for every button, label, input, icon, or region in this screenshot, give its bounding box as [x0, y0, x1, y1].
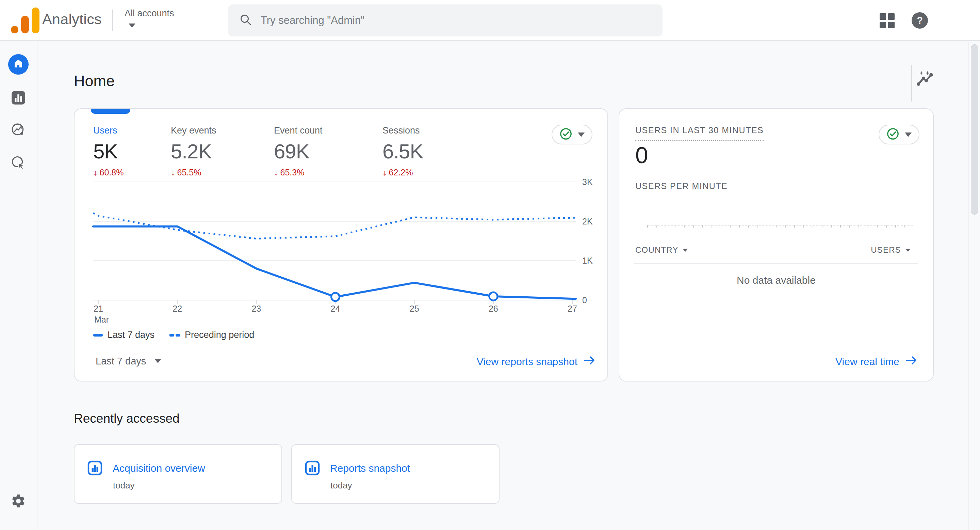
x-month-label: Mar — [94, 315, 109, 324]
x-tick-label: 25 — [410, 304, 419, 313]
search-input[interactable] — [261, 14, 652, 27]
recently-accessed-title: Recently accessed — [74, 412, 180, 426]
scrollbar-thumb[interactable] — [971, 44, 978, 215]
recent-item-acquisition-overview[interactable]: Acquisition overview today — [74, 444, 282, 504]
view-reports-snapshot-link[interactable]: View reports snapshot — [477, 356, 595, 367]
sidebar-item-admin[interactable] — [10, 493, 27, 510]
metric-label: Key events — [171, 125, 216, 136]
account-switcher[interactable]: All accounts — [124, 8, 174, 27]
country-column-header[interactable]: COUNTRY — [635, 245, 688, 255]
overview-card: Users 5K ↓ 60.8% Key events 5.2K ↓ 65.5%… — [74, 108, 608, 382]
chevron-down-icon — [578, 132, 585, 137]
x-tick-label: 26 — [488, 304, 498, 313]
recent-item-time: today — [113, 480, 135, 491]
metric-tab-sessions[interactable]: Sessions 6.5K ↓ 62.2% — [382, 125, 423, 177]
sparkline-ticks — [647, 225, 913, 228]
header-divider — [112, 10, 113, 31]
main-content: Home Users 5K ↓ 60.8% Key ev — [38, 42, 980, 530]
apps-grid-icon[interactable] — [879, 13, 895, 29]
right-arrow-icon — [905, 356, 917, 367]
app-header: Analytics All accounts ? — [0, 0, 980, 41]
metric-tab-users[interactable]: Users 5K ↓ 60.8% — [93, 125, 124, 177]
search-icon — [240, 14, 252, 27]
metric-tab-event-count[interactable]: Event count 69K ↓ 65.3% — [274, 125, 323, 177]
recent-item-label: Reports snapshot — [330, 463, 410, 474]
sidebar-item-advertising[interactable] — [10, 155, 27, 172]
users-line-chart: 01K2K3K21222324252627Mar — [88, 170, 598, 327]
x-tick-label: 24 — [331, 304, 340, 313]
google-analytics-logo-icon[interactable] — [10, 8, 43, 34]
data-quality-dropdown[interactable] — [552, 125, 592, 144]
active-tab-indicator — [91, 109, 130, 114]
global-search[interactable] — [228, 5, 662, 37]
product-name: Analytics — [42, 11, 102, 27]
x-tick-label: 23 — [251, 304, 261, 313]
no-data-message: No data available — [619, 275, 933, 286]
sort-caret-icon — [905, 249, 911, 252]
table-header-divider — [634, 263, 918, 263]
legend-preceding-period: Preceding period — [169, 330, 254, 340]
help-glyph: ? — [917, 15, 923, 26]
solid-line-swatch — [93, 334, 103, 337]
report-icon — [305, 461, 320, 477]
insights-button[interactable] — [915, 69, 937, 89]
page-title: Home — [74, 72, 115, 90]
dashed-line-swatch — [169, 334, 180, 337]
y-tick-label: 2K — [582, 217, 593, 226]
recent-item-label: Acquisition overview — [113, 463, 205, 474]
data-point-marker — [489, 292, 498, 300]
metric-label: Sessions — [382, 125, 423, 136]
x-tick-label: 27 — [568, 304, 577, 313]
view-real-time-link[interactable]: View real time — [835, 356, 917, 367]
right-arrow-icon — [584, 356, 595, 367]
metric-label: Users — [93, 125, 124, 136]
scrollbar-track — [969, 42, 980, 530]
recent-item-reports-snapshot[interactable]: Reports snapshot today — [291, 444, 500, 504]
realtime-title: USERS IN LAST 30 MINUTES — [635, 125, 764, 141]
line-last-7-days — [93, 227, 576, 299]
recent-item-time: today — [331, 480, 352, 491]
realtime-card: USERS IN LAST 30 MINUTES 0 USERS PER MIN… — [619, 108, 934, 382]
metric-value: 69K — [274, 140, 323, 163]
advertising-target-cursor-icon — [11, 155, 26, 172]
y-tick-label: 3K — [582, 177, 593, 187]
x-tick-label: 22 — [172, 304, 182, 313]
account-switcher-label: All accounts — [124, 8, 174, 19]
x-tick-label: 21 — [94, 304, 103, 313]
explore-icon — [11, 122, 26, 139]
y-tick-label: 1K — [582, 256, 593, 265]
data-point-marker — [331, 293, 340, 301]
chevron-down-icon — [129, 24, 135, 27]
realtime-users-value: 0 — [635, 142, 648, 168]
insights-sparkline-icon — [916, 70, 936, 88]
home-icon — [13, 58, 24, 70]
chevron-down-icon — [905, 132, 912, 137]
check-circle-icon — [886, 128, 899, 142]
bar-chart-icon — [11, 90, 26, 107]
users-column-header[interactable]: USERS — [871, 245, 911, 255]
sort-caret-icon — [682, 249, 688, 252]
sidebar-item-home[interactable] — [8, 54, 29, 75]
metric-value: 6.5K — [382, 140, 423, 163]
metric-value: 5.2K — [171, 140, 216, 163]
chevron-down-icon — [155, 359, 161, 363]
users-per-minute-sparkline — [647, 225, 913, 228]
y-tick-label: 0 — [582, 295, 587, 305]
report-icon — [88, 461, 102, 477]
metric-label: Event count — [274, 125, 323, 136]
chart-legend: Last 7 days Preceding period — [93, 330, 254, 340]
left-nav-sidebar — [0, 42, 37, 530]
date-range-selector[interactable]: Last 7 days — [95, 356, 161, 367]
metric-value: 5K — [93, 140, 124, 163]
help-icon[interactable]: ? — [912, 12, 928, 29]
settings-gear-icon — [11, 493, 26, 510]
check-circle-icon — [559, 128, 572, 142]
users-per-minute-label: USERS PER MINUTE — [635, 181, 727, 191]
data-quality-dropdown[interactable] — [878, 125, 920, 144]
ga-home-page: { "colors": { "accent": "#1a73e8", "nega… — [0, 0, 980, 530]
sidebar-item-reports[interactable] — [10, 90, 27, 107]
legend-last-7-days: Last 7 days — [93, 330, 154, 340]
sidebar-item-explore[interactable] — [10, 123, 27, 139]
divider — [911, 65, 912, 102]
metric-tab-key-events[interactable]: Key events 5.2K ↓ 65.5% — [171, 125, 216, 177]
